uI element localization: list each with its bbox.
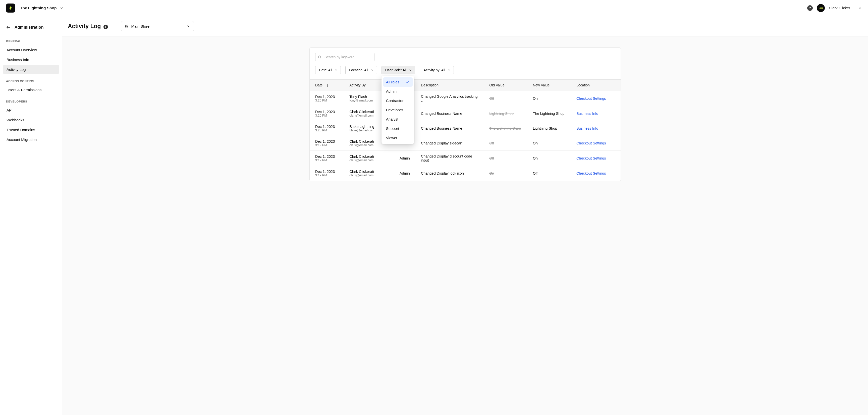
sidebar-back[interactable]: Administration [0,23,62,35]
sidebar-section-label: DEVELOPERS [0,95,62,105]
row-time: 3:19 PM [315,158,338,162]
search-icon [318,55,321,59]
sidebar-item-account-migration[interactable]: Account Migration [3,135,59,144]
row-email: clark@email.com [349,114,385,117]
row-email: blake@email.com [349,129,385,132]
shop-name[interactable]: The Lightning Shop [20,6,57,10]
search-input[interactable] [315,53,374,61]
role-option-contractor[interactable]: Contractor [383,96,413,105]
table-row[interactable]: Dec 1, 20233:19 PMClark Clickeraticlark@… [310,151,621,166]
chevron-down-icon [60,6,64,10]
role-option-analyst[interactable]: Analyst [383,115,413,124]
app-logo[interactable] [6,3,15,12]
role-option-all-roles[interactable]: All roles [383,78,413,87]
role-option-label: All roles [386,80,399,84]
row-old-value: The Lightning Shop [489,126,521,130]
filter-date[interactable]: Date: All [315,66,341,75]
chevron-down-icon [187,24,190,28]
col-description[interactable]: Description [415,80,484,91]
sidebar-item-activity-log[interactable]: Activity Log [3,65,59,74]
activity-table: Date Activity By e Description Old Value… [310,79,621,181]
row-old-value: Off [489,141,494,145]
row-user: Blake Lightning [349,125,385,129]
table-row[interactable]: Dec 1, 20233:20 PMBlake Lightningblake@e… [310,121,621,136]
sidebar-section-label: GENERAL [0,35,62,45]
sidebar-section-label: ACCESS CONTROL [0,75,62,85]
row-location-link[interactable]: Business Info [577,126,598,130]
activity-card: Date: All Location: All User Role: All [309,48,621,181]
table-row[interactable]: Dec 1, 20233:19 PMClark Clickeraticlark@… [310,166,621,181]
row-date: Dec 1, 2023 [315,170,338,174]
sort-down-icon [326,84,329,87]
row-time: 3:20 PM [315,114,338,117]
chevron-down-icon [371,68,374,71]
shop-switcher-caret[interactable] [60,6,64,10]
table-row[interactable]: Dec 1, 20233:20 PMClark Clickeraticlark@… [310,106,621,121]
row-email: tony@email.com [349,99,385,102]
row-description: Changed Display sidecart [415,136,484,151]
role-option-viewer[interactable]: Viewer [383,133,413,143]
role-option-label: Analyst [386,117,398,121]
filter-location[interactable]: Location: All [345,66,377,75]
sidebar-item-api[interactable]: API [3,106,59,115]
sidebar-item-business-info[interactable]: Business Info [3,55,59,64]
filter-date-label: Date: All [319,68,332,72]
row-location-link[interactable]: Business Info [577,112,598,116]
user-menu-caret[interactable] [858,6,862,10]
row-date: Dec 1, 2023 [315,140,338,143]
role-option-label: Contractor [386,98,404,103]
col-new-value[interactable]: New Value [527,80,571,91]
row-role: Admin [391,151,415,166]
row-date: Dec 1, 2023 [315,95,338,99]
row-time: 3:20 PM [315,99,338,102]
row-location-link[interactable]: Checkout Settings [577,141,606,145]
info-icon[interactable]: i [103,25,108,29]
row-location-link[interactable]: Checkout Settings [577,96,606,100]
user-role-dropdown: All rolesAdminContractorDeveloperAnalyst… [381,76,414,144]
user-name[interactable]: Clark Clicker… [829,6,854,10]
role-option-label: Admin [386,89,397,93]
col-location[interactable]: Location [571,80,621,91]
filter-location-label: Location: All [349,68,368,72]
row-description: Changed Display discount code input [415,151,484,166]
col-location-label: Location [577,83,590,87]
avatar[interactable]: CC [817,4,825,12]
sidebar-item-webhooks[interactable]: Webhooks [3,115,59,125]
sidebar-item-account-overview[interactable]: Account Overview [3,45,59,55]
sidebar: Administration GENERALAccount OverviewBu… [0,16,62,415]
sidebar-back-label: Administration [14,25,44,30]
role-option-developer[interactable]: Developer [383,105,413,115]
bolt-icon [8,6,13,10]
page-header: Activity Log i Main Store [62,16,868,36]
role-option-label: Viewer [386,136,398,140]
row-location-link[interactable]: Checkout Settings [577,171,606,175]
role-option-admin[interactable]: Admin [383,87,413,96]
row-email: clark@email.com [349,158,385,162]
col-activity-by-label: Activity By [349,83,366,87]
row-location-link[interactable]: Checkout Settings [577,156,606,160]
row-user: Clark Clickerati [349,154,385,158]
chevron-down-icon [858,6,862,10]
filter-user-role[interactable]: User Role: All [381,66,415,75]
sidebar-item-trusted-domains[interactable]: Trusted Domains [3,125,59,135]
filter-activity-by[interactable]: Activity by: All [420,66,454,75]
row-old-value: Off [489,96,494,100]
chevron-down-icon [335,68,338,71]
col-old-value[interactable]: Old Value [484,80,527,91]
col-date-label: Date [315,83,323,87]
page-title: Activity Log [68,23,101,29]
sidebar-item-users-permissions[interactable]: Users & Permissions [3,85,59,94]
chevron-down-icon [447,68,451,71]
store-select[interactable]: Main Store [121,21,194,31]
help-icon[interactable]: ? [807,5,813,11]
row-role: Admin [391,166,415,181]
row-date: Dec 1, 2023 [315,125,338,129]
role-option-support[interactable]: Support [383,124,413,133]
row-email: clark@email.com [349,143,385,147]
row-description: Changed Google Analytics tracking … [415,91,484,106]
table-row[interactable]: Dec 1, 20233:20 PMTony Flashtony@email.c… [310,91,621,106]
col-date[interactable]: Date [310,80,344,91]
table-row[interactable]: Dec 1, 20233:19 PMClark Clickeraticlark@… [310,136,621,151]
filter-activity-by-label: Activity by: All [424,68,445,72]
row-new-value: Lightning Shop [527,121,571,136]
